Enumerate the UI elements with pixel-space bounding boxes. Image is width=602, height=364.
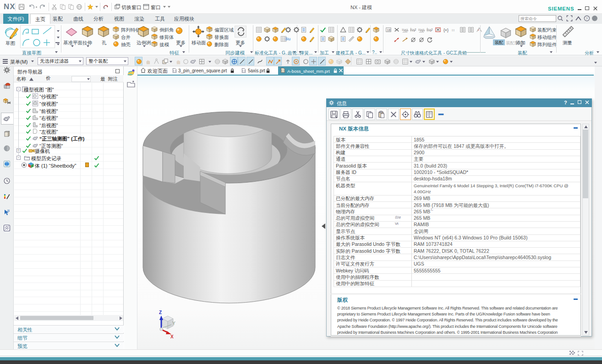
svg-text:Z: Z bbox=[159, 310, 162, 315]
svg-text:?: ? bbox=[586, 16, 588, 21]
svg-text:Y: Y bbox=[172, 321, 175, 326]
svg-text:X: X bbox=[170, 334, 174, 339]
